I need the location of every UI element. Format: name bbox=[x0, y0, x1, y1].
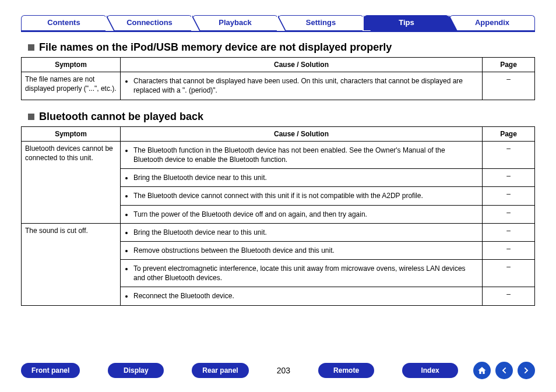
col-symptom: Symptom bbox=[22, 58, 121, 72]
troubleshoot-table: Symptom Cause / Solution Page The file n… bbox=[21, 57, 535, 100]
cause-item: Reconnect the Bluetooth device. bbox=[133, 291, 474, 301]
cell-cause: Bring the Bluetooth device near to this … bbox=[121, 223, 483, 241]
cell-page: – bbox=[483, 260, 535, 287]
col-page: Page bbox=[483, 58, 535, 72]
tab-contents[interactable]: Contents bbox=[21, 15, 107, 30]
cause-item: To prevent electromagnetic interference,… bbox=[133, 264, 474, 282]
cause-item: Remove obstructions between the Bluetoot… bbox=[133, 246, 474, 255]
top-tab-bar: Contents Connections Playback Settings T… bbox=[21, 15, 535, 32]
next-page-icon[interactable] bbox=[518, 362, 535, 379]
cell-cause: Turn the power of the Bluetooth device o… bbox=[121, 205, 483, 223]
cell-page: – bbox=[483, 223, 535, 241]
troubleshoot-table: Symptom Cause / Solution Page Bluetooth … bbox=[21, 126, 535, 306]
bottom-nav-bar: Front panel Display Rear panel 203 Remot… bbox=[0, 362, 556, 379]
col-cause: Cause / Solution bbox=[121, 58, 483, 72]
cell-page: – bbox=[483, 141, 535, 168]
nav-icon-row bbox=[473, 362, 535, 379]
bottom-pill-row: Front panel Display Rear panel 203 Remot… bbox=[21, 363, 458, 378]
tab-connections[interactable]: Connections bbox=[107, 15, 192, 30]
cell-page: – bbox=[483, 205, 535, 223]
cell-page: – bbox=[483, 187, 535, 205]
table-row: The file names are not displayed properl… bbox=[22, 72, 535, 100]
tab-playback[interactable]: Playback bbox=[192, 15, 278, 30]
cell-symptom: Bluetooth devices cannot be connected to… bbox=[22, 141, 121, 223]
col-cause: Cause / Solution bbox=[121, 126, 483, 141]
cell-cause: Bring the Bluetooth device near to this … bbox=[121, 169, 483, 187]
cell-page: – bbox=[483, 287, 535, 305]
cell-page: – bbox=[483, 72, 535, 100]
cell-page: – bbox=[483, 169, 535, 187]
cell-cause: The Bluetooth function in the Bluetooth … bbox=[121, 141, 483, 168]
cell-cause: Characters that cannot be displayed have… bbox=[121, 72, 483, 100]
col-page: Page bbox=[483, 126, 535, 141]
cause-item: The Bluetooth device cannot connect with… bbox=[133, 191, 474, 200]
home-icon[interactable] bbox=[473, 362, 491, 379]
cause-item: Bring the Bluetooth device near to this … bbox=[133, 228, 474, 237]
section-bluetooth: Bluetooth cannot be played back Symptom … bbox=[21, 111, 535, 306]
cause-item: Bring the Bluetooth device near to this … bbox=[133, 173, 474, 182]
cause-item: Turn the power of the Bluetooth device o… bbox=[133, 210, 474, 219]
cell-symptom: The file names are not displayed properl… bbox=[22, 72, 121, 100]
index-button[interactable]: Index bbox=[402, 363, 458, 378]
prev-page-icon[interactable] bbox=[495, 362, 513, 379]
tab-appendix[interactable]: Appendix bbox=[449, 15, 535, 30]
page-number: 203 bbox=[277, 366, 290, 375]
cell-cause: To prevent electromagnetic interference,… bbox=[121, 260, 483, 287]
cell-symptom: The sound is cut off. bbox=[22, 223, 121, 305]
cell-cause: The Bluetooth device cannot connect with… bbox=[121, 187, 483, 205]
table-row: Bluetooth devices cannot be connected to… bbox=[22, 141, 535, 168]
tab-tips[interactable]: Tips bbox=[364, 15, 449, 30]
table-row: The sound is cut off. Bring the Bluetoot… bbox=[22, 223, 535, 241]
front-panel-button[interactable]: Front panel bbox=[21, 363, 80, 378]
section-title: Bluetooth cannot be played back bbox=[28, 111, 535, 123]
cause-item: Characters that cannot be displayed have… bbox=[133, 76, 474, 95]
rear-panel-button[interactable]: Rear panel bbox=[192, 363, 248, 378]
section-ipod-usb-filenames: File names on the iPod/USB memory device… bbox=[21, 41, 535, 100]
cause-item: The Bluetooth function in the Bluetooth … bbox=[133, 146, 474, 164]
cell-cause: Remove obstructions between the Bluetoot… bbox=[121, 241, 483, 259]
col-symptom: Symptom bbox=[22, 126, 121, 141]
cell-page: – bbox=[483, 241, 535, 259]
display-button[interactable]: Display bbox=[108, 363, 164, 378]
remote-button[interactable]: Remote bbox=[318, 363, 374, 378]
section-title: File names on the iPod/USB memory device… bbox=[28, 41, 535, 54]
cell-cause: Reconnect the Bluetooth device. bbox=[121, 287, 483, 305]
tab-settings[interactable]: Settings bbox=[278, 15, 364, 30]
